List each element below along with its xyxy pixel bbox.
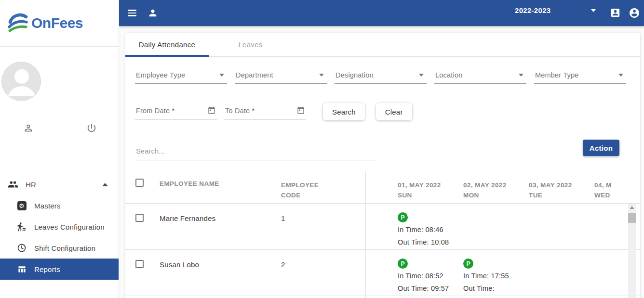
table-row: Marie Fernandes 1 P In Time: 08:46 Out T… xyxy=(125,204,640,250)
sidebar-item-label: Reports xyxy=(34,265,60,273)
present-badge: P xyxy=(398,212,408,222)
sidebar-item-reports[interactable]: Reports xyxy=(0,259,119,280)
tab-bar: Daily Attendance Leaves xyxy=(125,33,640,57)
sidebar-item-masters[interactable]: ⚙ Masters xyxy=(0,195,119,216)
date-columns-viewport: P In Time: 08:46 Out Time: 10:08 xyxy=(366,204,612,249)
scrollbar-thumb[interactable] xyxy=(628,213,636,223)
caret-down-icon xyxy=(319,74,324,77)
hr-section-toggle[interactable]: HR xyxy=(0,174,119,195)
caret-down-icon xyxy=(219,74,224,77)
sidebar-item-leaves-configuration[interactable]: Leaves Configuration xyxy=(0,216,119,237)
in-time-text: In Time: 08:46 xyxy=(398,224,465,235)
tab-daily-attendance[interactable]: Daily Attendance xyxy=(125,33,209,56)
employee-code-cell: 1 xyxy=(281,214,285,222)
sidebar-item-label: Shift Configuration xyxy=(34,244,95,252)
select-all-checkbox[interactable] xyxy=(135,179,144,187)
content-card: Daily Attendance Leaves Employee Type De… xyxy=(125,33,640,298)
day-text: WED xyxy=(594,190,612,200)
row-checkbox[interactable] xyxy=(135,214,144,222)
people-icon xyxy=(7,179,19,190)
date-field-label: To Date * xyxy=(225,107,255,115)
sidebar-item-label: Masters xyxy=(34,202,61,210)
present-badge: P xyxy=(398,259,408,269)
in-time-text: In Time: 08:52 xyxy=(398,271,465,281)
sidebar-item-label: Leaves Configuration xyxy=(34,223,105,231)
select-label: Designation xyxy=(335,71,374,79)
caret-down-icon xyxy=(519,74,523,77)
action-button[interactable]: Action xyxy=(583,140,619,156)
out-time-text: Out Time: xyxy=(463,283,531,294)
date-column-header: 01, MAY 2022 SUN xyxy=(398,180,465,200)
date-columns-viewport: 01, MAY 2022 SUN 02, MAY 2022 MON 03, MA… xyxy=(366,171,612,203)
select-label: Location xyxy=(435,71,462,79)
to-date-input[interactable]: To Date * xyxy=(224,103,306,119)
member-type-select[interactable]: Member Type xyxy=(534,67,626,84)
table-header-row: EMPLOYEE NAME EMPLOYEE CODE 01, MAY 2022… xyxy=(125,171,640,204)
select-label: Employee Type xyxy=(136,71,185,79)
in-time-text: In Time: 17:55 xyxy=(463,271,531,281)
table-search-row xyxy=(135,143,376,160)
date-field-label: From Date * xyxy=(136,107,174,115)
clear-button[interactable]: Clear xyxy=(376,103,412,120)
walking-person-icon xyxy=(17,222,27,232)
avatar-head-shape xyxy=(14,69,29,84)
department-select[interactable]: Department xyxy=(235,67,327,84)
date-column-header: 02, MAY 2022 MON xyxy=(463,180,531,200)
tab-label: Leaves xyxy=(238,40,262,49)
select-label: Member Type xyxy=(535,71,579,79)
table-row xyxy=(125,296,640,298)
profile-person-outline-icon[interactable] xyxy=(23,123,34,133)
scroll-up-icon[interactable] xyxy=(628,204,636,211)
logo-globe-icon xyxy=(6,12,28,34)
location-select[interactable]: Location xyxy=(434,67,526,84)
avatar-crop xyxy=(2,96,40,101)
date-column-header: 03, MAY 2022 TUE xyxy=(529,180,596,200)
date-text: 04, M xyxy=(594,180,612,190)
employee-name-cell: Marie Fernandes xyxy=(160,214,215,222)
sidebar: OnFees HR ⚙ Mast xyxy=(0,0,119,298)
date-text: 01, MAY 2022 xyxy=(398,180,465,190)
account-box-button[interactable] xyxy=(610,7,621,18)
menu-toggle-button[interactable] xyxy=(128,8,136,18)
designation-select[interactable]: Designation xyxy=(335,67,427,84)
date-text: 02, MAY 2022 xyxy=(463,180,531,190)
employee-name-cell: Susan Lobo xyxy=(160,260,199,269)
clock-icon xyxy=(17,243,27,253)
attendance-cell: P In Time: 08:46 Out Time: 10:08 xyxy=(398,212,465,247)
sidebar-menu: HR ⚙ Masters Leaves Configuration Shift … xyxy=(0,174,119,280)
column-header-employee-name: EMPLOYEE NAME xyxy=(160,180,219,187)
logo-text: OnFees xyxy=(31,15,83,31)
hr-section-label: HR xyxy=(26,181,36,189)
main-area: Daily Attendance Leaves Employee Type De… xyxy=(119,26,644,298)
sidebar-actions xyxy=(0,123,119,137)
sidebar-item-shift-configuration[interactable]: Shift Configuration xyxy=(0,237,119,259)
calendar-icon[interactable] xyxy=(297,106,305,114)
attendance-cell: P In Time: 17:55 Out Time: xyxy=(463,259,531,294)
day-text: MON xyxy=(463,190,531,200)
table-vertical-scrollbar[interactable] xyxy=(628,204,636,298)
account-circle-button[interactable] xyxy=(629,7,640,19)
table-row: Susan Lobo 2 P In Time: 08:52 Out Time: … xyxy=(125,250,640,296)
user-icon[interactable] xyxy=(148,8,158,18)
tab-leaves[interactable]: Leaves xyxy=(209,33,292,56)
table-search-input[interactable] xyxy=(135,143,376,160)
search-button[interactable]: Search xyxy=(323,103,365,120)
logout-power-icon[interactable] xyxy=(86,123,97,133)
academic-year-select[interactable]: 2022-2023 xyxy=(515,6,602,19)
date-text: 03, MAY 2022 xyxy=(529,180,596,190)
attendance-table: EMPLOYEE NAME EMPLOYEE CODE 01, MAY 2022… xyxy=(125,171,640,298)
app-root: OnFees HR ⚙ Mast xyxy=(0,0,644,298)
out-time-text: Out Time: 10:08 xyxy=(398,237,465,247)
filter-row-dates: From Date * To Date * Search Clear xyxy=(135,103,412,120)
from-date-input[interactable]: From Date * xyxy=(135,103,217,119)
date-columns-viewport: P In Time: 08:52 Out Time: 09:57 P In Ti… xyxy=(366,250,612,296)
employee-type-select[interactable]: Employee Type xyxy=(135,67,227,84)
caret-down-icon xyxy=(618,74,623,77)
row-checkbox[interactable] xyxy=(135,260,144,268)
masters-gear-icon: ⚙ xyxy=(17,201,27,210)
avatar xyxy=(1,62,41,101)
day-text: TUE xyxy=(529,190,596,200)
calendar-icon[interactable] xyxy=(208,106,215,114)
tab-label: Daily Attendance xyxy=(139,40,195,49)
table-chart-icon xyxy=(17,265,27,274)
